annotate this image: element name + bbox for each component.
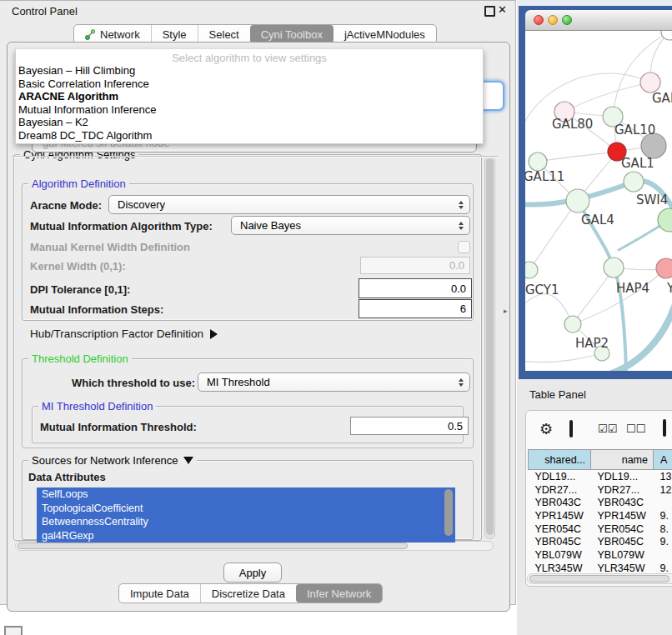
aracne-mode-value: Discovery xyxy=(118,198,469,211)
network-node-gal4[interactable] xyxy=(566,189,589,212)
gear-icon[interactable]: ⚙ xyxy=(539,420,553,438)
close-icon[interactable]: ✕ xyxy=(498,3,507,16)
expand-right-icon xyxy=(210,329,223,339)
tab-select[interactable]: Select xyxy=(198,25,250,43)
list-item[interactable]: gal4RGexp xyxy=(37,529,455,543)
network-node[interactable] xyxy=(640,72,660,92)
algorithm-dropdown-list: Select algorithm to view settings Bayesi… xyxy=(15,49,484,144)
attributes-list-scrollbar[interactable] xyxy=(444,489,453,536)
table-row[interactable]: YBL079WYBL079W xyxy=(529,548,672,562)
network-node-hap4[interactable] xyxy=(604,258,624,278)
bottom-tabbar: Impute Data Discretize Data Infer Networ… xyxy=(118,583,383,603)
network-canvas[interactable]: GAL GAL80 GAL10 GAL1 GAL11 SWI4 GAL4 GCY… xyxy=(525,31,672,371)
zoom-traffic-light-icon[interactable] xyxy=(562,15,572,25)
collapse-down-icon xyxy=(183,457,193,469)
apply-button[interactable]: Apply xyxy=(223,562,282,582)
table-row[interactable]: YER054CYER054C8. xyxy=(529,522,672,536)
split-columns-icon[interactable] xyxy=(569,420,573,438)
new-table-icon[interactable] xyxy=(663,419,666,437)
network-node-gal11[interactable] xyxy=(529,152,547,171)
network-node-swi4[interactable] xyxy=(624,172,644,192)
table-panel-title: Table Panel xyxy=(529,388,586,401)
unchecked-boxes-icon[interactable]: ☐☐ xyxy=(626,422,645,435)
mi-threshold-field[interactable] xyxy=(350,417,469,435)
tab-cyni-toolbox[interactable]: Cyni Toolbox xyxy=(250,25,333,43)
aracne-mode-label: Aracne Mode: xyxy=(30,199,102,212)
manual-kernel-label: Manual Kernel Width Definition xyxy=(30,241,190,253)
combo-arrows-icon xyxy=(459,222,464,230)
column-header[interactable]: name xyxy=(591,450,654,470)
sources-title-row[interactable]: Sources for Network Inference xyxy=(28,454,197,469)
hub-tf-definition-label: Hub/Transcription Factor Definition xyxy=(30,328,203,340)
dropdown-item[interactable]: Bayesian – K2 xyxy=(16,116,483,129)
threshold-definition-title: Threshold Definition xyxy=(28,352,132,365)
network-window-titlebar[interactable] xyxy=(525,10,672,31)
mi-steps-field[interactable] xyxy=(359,299,472,318)
table-row[interactable]: YBR045CYBR045C9. xyxy=(529,535,672,548)
panel-splitter-handle[interactable]: ▸ xyxy=(504,307,508,315)
minimize-traffic-light-icon[interactable] xyxy=(548,15,558,25)
control-panel-title: Control Panel xyxy=(12,5,78,18)
tab-impute-data[interactable]: Impute Data xyxy=(119,584,200,602)
which-threshold-combobox[interactable]: MI Threshold xyxy=(198,372,470,392)
column-header[interactable]: shared... xyxy=(529,450,591,470)
mi-algorithm-type-combobox[interactable]: Naive Bayes xyxy=(231,216,470,235)
dpi-tolerance-field[interactable] xyxy=(359,278,472,298)
dropdown-item[interactable]: Dream8 DC_TDC Algorithm xyxy=(16,129,483,142)
close-traffic-light-icon[interactable] xyxy=(534,15,544,25)
table-horizontal-scrollbar[interactable] xyxy=(527,573,672,584)
dpi-tolerance-label: DPI Tolerance [0,1]: xyxy=(30,283,130,296)
network-node-gcy1[interactable] xyxy=(525,262,538,278)
network-node[interactable] xyxy=(656,258,672,278)
node-label: HAP2 xyxy=(575,336,609,351)
node-attribute-table: shared... name A YDL19...YDL19...13 YDR2… xyxy=(528,449,672,587)
combo-arrows-icon xyxy=(459,201,464,209)
which-threshold-value: MI Threshold xyxy=(207,376,469,388)
dropdown-item[interactable]: Bayesian – Hill Climbing xyxy=(16,64,483,78)
float-window-icon[interactable] xyxy=(484,6,495,17)
tab-network-label: Network xyxy=(100,28,140,41)
mi-algorithm-type-label: Mutual Information Algorithm Type: xyxy=(30,220,213,232)
column-header[interactable]: A xyxy=(654,450,672,470)
groupbox-divider xyxy=(12,156,499,158)
table-row[interactable]: YBR043CYBR043C xyxy=(529,496,672,509)
network-window: GAL GAL80 GAL10 GAL1 GAL11 SWI4 GAL4 GCY… xyxy=(525,10,672,371)
table-header-row: shared... name A xyxy=(529,450,672,470)
table-row[interactable]: YDR27...YDR27...12 xyxy=(529,483,672,497)
node-label: GAL11 xyxy=(525,169,564,184)
data-attributes-list: SelfLoops TopologicalCoefficient Between… xyxy=(37,488,455,542)
node-label: GAL10 xyxy=(614,122,655,138)
minimized-window-icon[interactable] xyxy=(4,626,23,635)
settings-vertical-scrollbar[interactable] xyxy=(484,156,495,539)
network-icon xyxy=(85,29,96,40)
node-label: GAL xyxy=(652,91,672,106)
manual-kernel-checkbox[interactable] xyxy=(458,241,470,253)
dropdown-item-selected[interactable]: ARACNE Algorithm xyxy=(16,90,483,103)
network-node-hap2[interactable] xyxy=(564,316,581,332)
tab-jactivemnodules[interactable]: jActiveMNodules xyxy=(333,25,436,43)
hub-tf-definition-toggle[interactable]: Hub/Transcription Factor Definition xyxy=(30,328,223,340)
tab-style[interactable]: Style xyxy=(151,25,198,43)
screen: Control Panel ✕ Network Style Select Cyn… xyxy=(0,0,672,635)
list-item[interactable]: BetweennessCentrality xyxy=(37,515,455,529)
node-label: HAP4 xyxy=(616,281,649,296)
checked-boxes-icon[interactable]: ☑☑ xyxy=(598,422,617,435)
list-item[interactable]: SelfLoops xyxy=(37,488,455,502)
tab-infer-network[interactable]: Infer Network xyxy=(296,584,382,602)
tab-discretize-data[interactable]: Discretize Data xyxy=(200,584,296,602)
mi-steps-label: Mutual Information Steps: xyxy=(30,303,163,316)
aracne-mode-combobox[interactable]: Discovery xyxy=(108,195,470,214)
list-item[interactable]: TopologicalCoefficient xyxy=(37,502,455,516)
table-row[interactable]: YPR145WYPR145W9. xyxy=(529,509,672,522)
network-node[interactable] xyxy=(658,208,672,232)
table-row[interactable]: YDL19...YDL19...13 xyxy=(529,470,672,483)
sources-title: Sources for Network Inference xyxy=(32,454,178,467)
dropdown-item[interactable]: Basic Correlation Inference xyxy=(16,78,483,91)
network-frame-top-strip xyxy=(519,0,672,6)
kernel-width-label: Kernel Width (0,1): xyxy=(30,260,126,272)
combo-arrows-icon xyxy=(459,378,464,387)
tab-network[interactable]: Network xyxy=(74,25,151,43)
dropdown-item[interactable]: Mutual Information Inference xyxy=(16,103,483,117)
table-panel-card: ⚙ ☑☑ ☐☐ shared... name A YDL19...YDL19..… xyxy=(525,410,672,587)
which-threshold-label: Which threshold to use: xyxy=(72,377,195,389)
